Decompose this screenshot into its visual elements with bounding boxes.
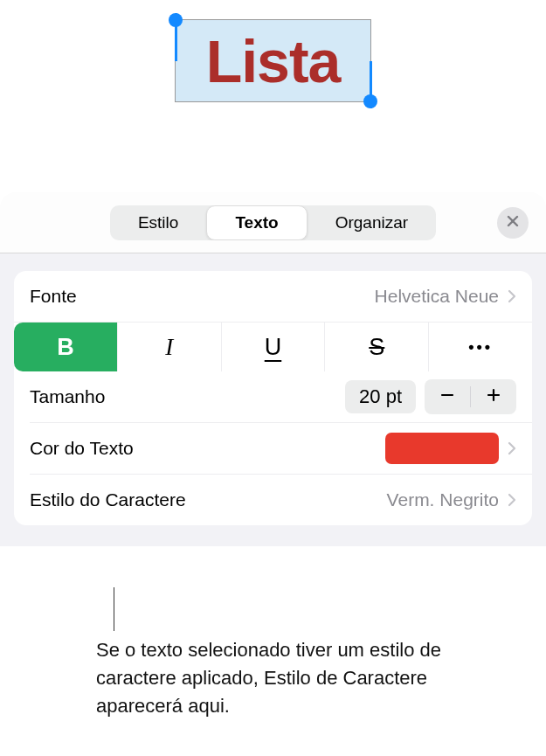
close-icon [507, 213, 519, 232]
size-decrease-button[interactable] [425, 379, 470, 414]
format-buttons-row: B I U S ••• [14, 322, 532, 371]
font-row[interactable]: Fonte Helvetica Neue [14, 271, 532, 322]
chevron-right-icon [508, 441, 516, 455]
underline-button[interactable]: U [222, 323, 326, 371]
canvas-area[interactable]: Lista [0, 0, 546, 192]
text-color-row[interactable]: Cor do Texto [14, 423, 532, 474]
selection-handle-bottom-right[interactable] [363, 94, 377, 108]
font-label: Fonte [30, 286, 77, 307]
selection-handle-top-left[interactable] [169, 13, 183, 27]
tab-arrange[interactable]: Organizar [308, 205, 436, 240]
bold-button[interactable]: B [14, 323, 118, 371]
tab-style[interactable]: Estilo [110, 205, 206, 240]
format-panel-header: Estilo Texto Organizar [0, 192, 546, 253]
callout-leader-line [114, 587, 114, 631]
close-button[interactable] [497, 207, 529, 239]
tab-segmented-control[interactable]: Estilo Texto Organizar [110, 205, 436, 240]
selected-text[interactable]: Lista [206, 27, 341, 95]
size-value[interactable]: 20 pt [345, 380, 416, 413]
tab-text[interactable]: Texto [206, 205, 307, 240]
chevron-right-icon [508, 289, 516, 303]
format-panel-body: Fonte Helvetica Neue B I U S ••• Tamanho… [0, 253, 546, 546]
text-format-card: Fonte Helvetica Neue B I U S ••• Tamanho… [14, 271, 532, 525]
more-options-button[interactable]: ••• [429, 323, 532, 371]
minus-icon [439, 386, 456, 408]
size-stepper [425, 379, 516, 414]
strikethrough-button[interactable]: S [325, 323, 429, 371]
selected-textbox[interactable]: Lista [175, 19, 371, 102]
italic-button[interactable]: I [118, 323, 222, 371]
text-color-swatch[interactable] [385, 433, 499, 464]
callout-text: Se o texto selecionado tiver um estilo d… [96, 636, 498, 720]
plus-icon [485, 386, 502, 408]
size-increase-button[interactable] [471, 379, 516, 414]
character-style-value: Verm. Negrito [387, 489, 499, 510]
chevron-right-icon [508, 493, 516, 507]
character-style-row[interactable]: Estilo do Caractere Verm. Negrito [14, 475, 532, 525]
character-style-label: Estilo do Caractere [30, 489, 186, 510]
size-row: Tamanho 20 pt [14, 371, 532, 422]
size-label: Tamanho [30, 386, 105, 407]
font-value: Helvetica Neue [375, 286, 499, 307]
text-color-label: Cor do Texto [30, 438, 134, 459]
